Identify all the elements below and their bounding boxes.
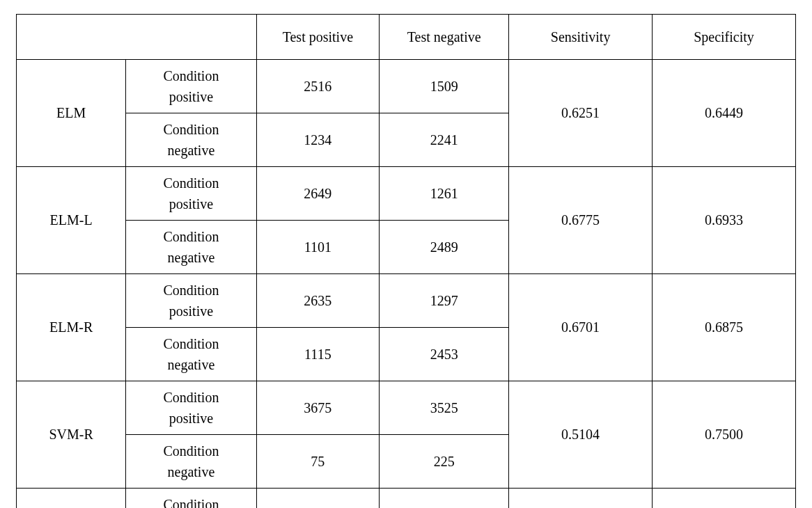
condition-negative-label: Conditionnegative [126, 435, 256, 489]
table-row: ELM-R Conditionpositive 2635 1297 0.6701… [17, 274, 796, 328]
col-header-sensitivity: Sensitivity [509, 15, 653, 60]
value-cell: 3675 [256, 381, 380, 435]
condition-negative-label: Conditionnegative [126, 328, 256, 381]
value-cell: 3525 [380, 381, 509, 435]
value-cell: 75 [256, 435, 380, 489]
value-cell: 2241 [380, 113, 509, 167]
condition-positive-label: Conditionpositive [126, 489, 256, 509]
value-cell: 1261 [380, 167, 509, 221]
table-row: ELM-L Conditionpositive 2649 1261 0.6775… [17, 167, 796, 221]
method-label: ELM [17, 60, 126, 167]
table-row: ELM Conditionpositive 2516 1509 0.6251 0… [17, 60, 796, 113]
condition-positive-label: Conditionpositive [126, 60, 256, 113]
value-cell: 1509 [380, 60, 509, 113]
sensitivity-cell: 0.6251 [509, 60, 653, 167]
value-cell: 2649 [256, 167, 380, 221]
header-row: Test positive Test negative Sensitivity … [17, 15, 796, 60]
value-cell: 2453 [380, 328, 509, 381]
method-label: ELM-L [17, 167, 126, 274]
sensitivity-cell: 0.6775 [509, 167, 653, 274]
condition-negative-label: Conditionnegative [126, 221, 256, 274]
col-header-specificity: Specificity [653, 15, 796, 60]
col-header-test-positive: Test positive [256, 15, 380, 60]
value-cell: 2516 [256, 60, 380, 113]
value-cell: 2489 [380, 221, 509, 274]
condition-positive-label: Conditionpositive [126, 381, 256, 435]
specificity-cell: 0.7500 [653, 381, 796, 489]
value-cell: 1234 [256, 113, 380, 167]
value-cell: 2635 [256, 274, 380, 328]
sensitivity-cell: 0.6464 [509, 489, 653, 509]
specificity-cell: 0.6875 [653, 274, 796, 381]
value-cell: 1398 [380, 489, 509, 509]
condition-negative-label: Conditionnegative [126, 113, 256, 167]
condition-positive-label: Conditionpositive [126, 274, 256, 328]
value-cell: 1297 [380, 274, 509, 328]
sensitivity-cell: 0.5104 [509, 381, 653, 489]
value-cell: 1101 [256, 221, 380, 274]
col-header-test-negative: Test negative [380, 15, 509, 60]
value-cell: 1115 [256, 328, 380, 381]
specificity-cell: 0.6933 [653, 167, 796, 274]
sensitivity-cell: 0.6701 [509, 274, 653, 381]
specificity-cell: 0.6449 [653, 60, 796, 167]
empty-header [17, 15, 257, 60]
method-label: LDA [17, 489, 126, 509]
table-row: SVM-R Conditionpositive 3675 3525 0.5104… [17, 381, 796, 435]
method-label: ELM-R [17, 274, 126, 381]
condition-positive-label: Conditionpositive [126, 167, 256, 221]
method-label: SVM-R [17, 381, 126, 489]
value-cell: 225 [380, 435, 509, 489]
metrics-table: Test positive Test negative Sensitivity … [16, 14, 796, 508]
table-row: LDA Conditionpositive 2556 1398 0.6464 0… [17, 489, 796, 509]
value-cell: 2556 [256, 489, 380, 509]
specificity-cell: 0.6633 [653, 489, 796, 509]
